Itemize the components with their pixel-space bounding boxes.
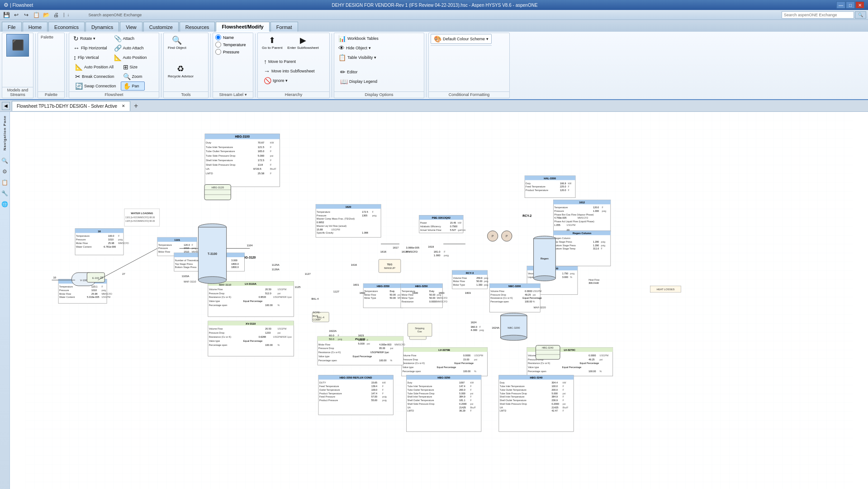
tab-flowsheet-modify[interactable]: Flowsheet/Modify (216, 22, 269, 32)
tab-resources[interactable]: Resources (180, 22, 215, 32)
tab-file[interactable]: File (2, 22, 22, 32)
svg-text:RCY-2: RCY-2 (522, 214, 531, 217)
svg-text:LMTD: LMTD (500, 409, 507, 412)
move-to-parent-button[interactable]: ↑ Move to Parent (261, 57, 317, 66)
pressure-radio[interactable]: Pressure (215, 48, 240, 55)
svg-text:HBG-3350 REFLUX COND: HBG-3350 REFLUX COND (340, 376, 372, 379)
nav-icon-5[interactable]: 🌐 (1, 200, 9, 208)
svg-text:50.00: 50.00 (476, 280, 482, 283)
nav-icon-4[interactable]: 🔧 (1, 189, 9, 197)
nav-icon-2[interactable]: ⚙ (1, 168, 9, 176)
svg-text:225.0: 225.0 (560, 185, 566, 188)
doc-tab-flowsheet[interactable]: Flowsheet TPL17b-DEHY DESIGN - Solver Ac… (12, 101, 130, 111)
temp-radio-input[interactable] (215, 42, 221, 48)
ignore-button[interactable]: 🚫 Ignore ▾ (261, 76, 317, 85)
name-radio[interactable]: Name (215, 34, 234, 41)
doc-tab-close[interactable]: ✕ (122, 104, 125, 108)
minimize-button[interactable]: — (836, 1, 845, 9)
app-tab[interactable]: Flowsheet (13, 3, 33, 8)
svg-text:psi: psi (278, 331, 281, 334)
svg-text:Resistance: Resistance (402, 300, 413, 303)
undo-button[interactable]: ↩ (12, 11, 21, 19)
svg-text:BAL-4: BAL-4 (311, 297, 319, 300)
enter-subflow-button[interactable]: ▶ Enter Subflowsheet (285, 34, 321, 51)
auto-position-button[interactable]: 📐 Auto Position (112, 53, 149, 62)
flip-v-icon: ↕ (73, 54, 76, 61)
svg-text:%: % (390, 359, 393, 362)
svg-text:Equal Percentage: Equal Percentage (243, 340, 263, 342)
svg-text:MAF-3220: MAF-3220 (534, 306, 546, 309)
nav-icon-3[interactable]: 📋 (1, 178, 9, 187)
search-button[interactable]: 🔍 (855, 11, 866, 19)
attach-icon: 📎 (114, 35, 122, 42)
svg-text:Temperature: Temperature (317, 211, 330, 213)
break-connection-button[interactable]: ✂ Break Connection (73, 72, 119, 81)
editor-button[interactable]: ✏ Editor (338, 67, 379, 77)
pressure-radio-input[interactable] (215, 49, 221, 55)
add-tab-button[interactable]: + (131, 101, 141, 111)
tab-view[interactable]: View (120, 22, 142, 32)
rotate-button[interactable]: ↻ Rotate ▾ (71, 34, 109, 43)
navigation-pane: Navigation Pane 🔍 ⚙ 📋 🔧 🌐 (0, 112, 10, 489)
svg-text:Valve type: Valve type (318, 355, 330, 358)
auto-position-all-button[interactable]: 📐 Auto Position All (73, 62, 119, 72)
svg-text:0.0000: 0.0000 (588, 354, 596, 357)
move-into-sub-button[interactable]: → Move into Subflowsheet (261, 67, 317, 76)
tab-format[interactable]: Format (270, 22, 298, 32)
svg-text:MMSCFD: MMSCFD (101, 292, 112, 295)
svg-text:1624: 1624 (471, 321, 477, 324)
svg-text:MMSCFD: MMSCFD (437, 297, 448, 299)
svg-text:Molar Flow: Molar Flow (158, 250, 170, 253)
svg-text:1601: 1601 (353, 283, 359, 286)
go-to-parent-button[interactable]: ⬆ Go to Parent (260, 34, 285, 51)
pan-button[interactable]: ✋ Pan (121, 82, 145, 91)
models-streams-button[interactable]: ⬛ (6, 34, 29, 57)
cond-format-group: 🎨 Default Colour Scheme ▾ Conditional Fo… (428, 33, 510, 98)
svg-text:USGPM: USGPM (474, 354, 483, 357)
svg-text:Temperature: Temperature (158, 244, 172, 246)
flip-h-button[interactable]: ↔ Flip Horizontal (71, 43, 109, 53)
save-button[interactable]: 💾 (2, 11, 11, 19)
tab-dynamics[interactable]: Dynamics (85, 22, 119, 32)
name-radio-input[interactable] (215, 34, 221, 40)
tab-customize[interactable]: Customize (143, 22, 179, 32)
redo-button[interactable]: ↪ (22, 11, 31, 19)
svg-text:Master Comp Mass Frac. (TEGlvo: Master Comp Mass Frac. (TEGlvol) (317, 217, 355, 220)
flip-v-button[interactable]: ↕ Flip Vertical (71, 53, 109, 62)
find-object-button[interactable]: 🔍 Find Object (166, 34, 189, 51)
attach-button[interactable]: 📎 Attach (112, 34, 149, 43)
svg-point-384 (534, 276, 556, 281)
svg-text:Btu/F: Btu/F (270, 168, 276, 170)
size-button[interactable]: ⊞ Size (121, 62, 145, 72)
auto-attach-button[interactable]: 🔗 Auto Attach (112, 43, 149, 53)
nav-arrow-left[interactable]: ◀ (2, 102, 10, 110)
svg-text:22: 22 (100, 276, 103, 279)
svg-text:Valve type: Valve type (403, 366, 414, 369)
maximize-button[interactable]: □ (846, 1, 855, 9)
recycle-advisor-button[interactable]: ♻ Recycle Advisor (166, 62, 196, 80)
svg-text:1125A: 1125A (272, 264, 280, 266)
tab-home[interactable]: Home (23, 22, 47, 32)
swap-connection-button[interactable]: 🔄 Swap Connection (73, 82, 119, 91)
flowsheet-canvas[interactable]: HBG-3100 Duty70.67kW Tube Inlet Temperat… (10, 112, 868, 489)
new-button[interactable]: 📋 (32, 11, 41, 19)
svg-text:%: % (570, 276, 572, 278)
open-button[interactable]: 📂 (42, 11, 51, 19)
display-legend-button[interactable]: 📖 Display Legend (338, 77, 379, 86)
nav-icon-1[interactable]: 🔍 (1, 157, 9, 165)
zoom-button[interactable]: 🔍 Zoom (121, 72, 145, 81)
svg-text:1101: 1101 (174, 239, 180, 241)
close-button[interactable]: ✕ (855, 1, 864, 9)
print-button[interactable]: 🖨 (52, 11, 61, 19)
tab-economics[interactable]: Economics (48, 22, 85, 32)
colour-scheme-button[interactable]: 🎨 Default Colour Scheme ▾ (431, 34, 492, 44)
workbook-tables-button[interactable]: 📊 Workbook Tables (336, 34, 381, 43)
svg-text:USGPM/60F.1psi: USGPM/60F.1psi (370, 351, 389, 354)
table-visibility-button[interactable]: 📋 Table Visibility ▾ (336, 53, 381, 62)
search-input[interactable] (782, 11, 854, 19)
svg-text:Tube Inlet Temperature: Tube Inlet Temperature (500, 385, 525, 388)
temp-radio[interactable]: Temperature (215, 41, 247, 48)
svg-text:psi: psi (474, 358, 477, 361)
hide-object-button[interactable]: 👁 Hide Object ▾ (336, 43, 381, 53)
svg-text:MMSCFD: MMSCFD (437, 300, 448, 303)
